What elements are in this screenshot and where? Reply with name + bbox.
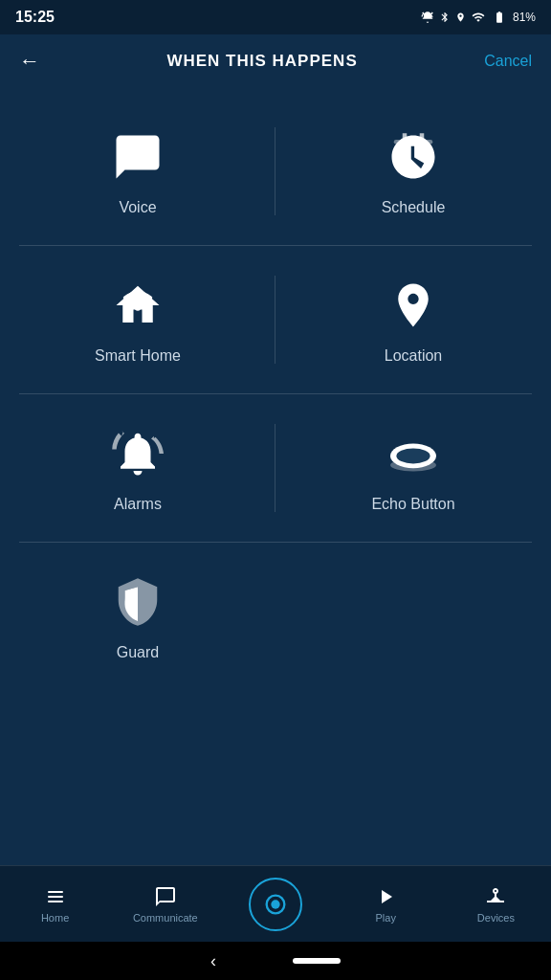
android-home-button[interactable] [293,958,341,964]
svg-point-9 [271,900,279,908]
page-title: WHEN THIS HAPPENS [166,52,357,71]
alarms-label: Alarms [114,496,162,513]
location-status-icon [455,11,466,24]
location-item[interactable]: Location [276,246,551,393]
bluetooth-icon [439,11,451,24]
battery-percentage: 81% [513,11,536,24]
devices-nav-icon [484,885,507,908]
android-nav-bar: ‹ [0,942,551,980]
guard-item[interactable]: Guard [0,543,276,690]
schedule-icon [383,126,444,188]
row-4: Guard [0,543,551,690]
echo-button-label: Echo Button [371,496,454,513]
alarms-icon [107,423,168,484]
svg-rect-0 [394,140,433,145]
smart-home-label: Smart Home [95,347,181,365]
row-3: Alarms Echo Button [0,394,551,542]
communicate-nav-icon [154,885,177,908]
alarm-status-icon [421,11,434,24]
nav-communicate[interactable]: Communicate [110,866,220,942]
echo-button-icon [383,423,444,484]
voice-item[interactable]: Voice [0,98,276,245]
location-label: Location [385,347,443,365]
nav-devices-label: Devices [477,912,515,924]
main-content: Voice Schedule [0,88,551,865]
echo-button-item[interactable]: Echo Button [276,394,551,542]
smart-home-icon [107,275,168,336]
status-time: 15:25 [15,9,55,26]
back-button[interactable]: ← [19,49,40,74]
play-nav-icon [374,885,397,908]
nav-home[interactable]: Home [0,866,110,942]
voice-icon [107,126,168,188]
svg-point-1 [135,304,142,311]
battery-icon [491,11,508,24]
nav-play-label: Play [376,912,396,924]
schedule-item[interactable]: Schedule [276,98,551,245]
svg-rect-7 [48,901,63,902]
row-2: Smart Home Location [0,246,551,393]
smart-home-item[interactable]: Smart Home [0,246,276,393]
nav-communicate-label: Communicate [133,912,198,924]
app-header: ← WHEN THIS HAPPENS Cancel [0,34,551,88]
nav-alexa[interactable] [220,866,330,942]
nav-devices[interactable]: Devices [441,866,551,942]
cancel-button[interactable]: Cancel [484,53,532,70]
nav-home-label: Home [41,912,69,924]
alexa-button[interactable] [249,878,302,931]
voice-label: Voice [119,199,156,216]
android-back-button[interactable]: ‹ [210,951,216,971]
guard-icon [107,571,168,633]
schedule-label: Schedule [382,199,446,216]
home-nav-icon [44,885,67,908]
status-bar: 15:25 81% [0,0,551,34]
alarms-item[interactable]: Alarms [0,394,276,542]
svg-rect-6 [48,896,63,898]
svg-rect-5 [48,891,63,893]
guard-label: Guard [117,644,159,661]
location-icon [383,275,444,336]
bottom-nav: Home Communicate Play [0,865,551,942]
row-1: Voice Schedule [0,98,551,245]
nav-play[interactable]: Play [331,866,441,942]
svg-point-4 [396,448,430,463]
status-icons: 81% [421,11,536,24]
wifi-icon [471,11,486,24]
